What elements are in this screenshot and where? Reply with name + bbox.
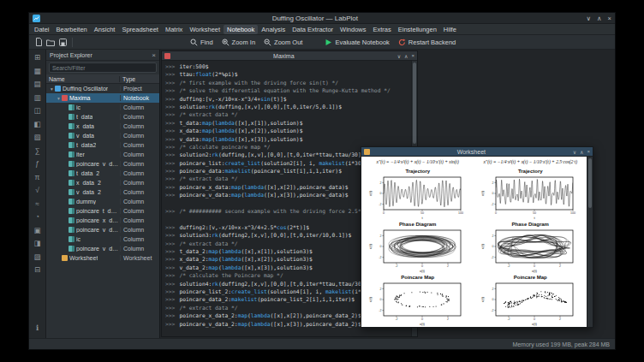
worksheet-page[interactable]: x″(t) = −1/4·x³(t) + x(t) − 1/10·x′(t) +…: [361, 157, 587, 327]
main-toolbar: Find Zoom In Zoom Out Evaluate Notebook …: [29, 35, 615, 50]
column-header-type[interactable]: Type: [120, 76, 159, 82]
svg-text:100: 100: [458, 211, 463, 215]
worksheet-maximize-button[interactable]: ∧: [580, 149, 583, 155]
tree-row[interactable]: poincare_x_data Column: [46, 216, 159, 225]
menu-item[interactable]: Hilfe: [440, 25, 460, 34]
plot-cell[interactable]: Poincare Map -202-202x(t)v(t): [474, 274, 587, 327]
zoom-out-button[interactable]: Zoom Out: [259, 38, 307, 47]
menu-item[interactable]: Bearbeiten: [53, 25, 91, 34]
column-header-name[interactable]: Name: [46, 76, 120, 82]
tool-icon[interactable]: √: [32, 185, 43, 195]
tree-row[interactable]: poincare_v_data2 Column: [46, 159, 159, 169]
plot-cell[interactable]: Phase Diagram -202-202x(t)v(t): [474, 221, 587, 274]
tool-icon[interactable]: ▤: [32, 79, 43, 89]
menu-item[interactable]: Data Extractor: [289, 25, 337, 34]
tree-row[interactable]: x_data Column: [46, 122, 159, 131]
restart-backend-button[interactable]: Restart Backend: [394, 38, 460, 47]
maxima-title-bar[interactable]: Maxima ∨ ∧ ×: [162, 51, 417, 61]
tool-icon[interactable]: ƒ: [32, 158, 43, 169]
tree-row[interactable]: dummy Column: [46, 197, 159, 206]
worksheet-scrollbar-thumb[interactable]: [588, 158, 592, 208]
plot-cell[interactable]: Phase Diagram -202-202x(t)v(t): [361, 221, 474, 274]
new-project-button[interactable]: [33, 37, 45, 48]
maxima-minimize-button[interactable]: ∨: [397, 53, 401, 59]
tree-row[interactable]: ▾ Maxima Notebook: [46, 93, 159, 103]
tree-cell-type: Column: [120, 114, 159, 120]
open-project-button[interactable]: [45, 37, 57, 48]
close-button[interactable]: ×: [608, 13, 611, 24]
plot-cell[interactable]: Trajectory 050100-202tx(t): [474, 168, 587, 221]
maxima-scrollbar-thumb[interactable]: [413, 62, 416, 144]
tool-icon[interactable]: ▣: [32, 225, 43, 235]
tree-row[interactable]: iter Column: [46, 150, 159, 159]
tool-icon[interactable]: ▧: [32, 132, 43, 142]
zoom-in-button[interactable]: Zoom In: [218, 38, 260, 47]
title-bar[interactable]: Duffing Oscillator — LabPlot ∨ ∧ ×: [29, 13, 615, 24]
tree-row[interactable]: t_data2 Column: [46, 140, 159, 150]
svg-text:2: 2: [492, 288, 494, 291]
tool-icon[interactable]: ◫: [32, 105, 43, 116]
tree-row[interactable]: v_data Column: [46, 131, 159, 140]
menu-item[interactable]: Spreadsheet: [118, 25, 162, 34]
menu-item[interactable]: Datei: [31, 25, 53, 34]
expander-icon[interactable]: ▾: [49, 86, 55, 92]
maxima-maximize-button[interactable]: ∧: [404, 53, 408, 59]
worksheet-title-bar[interactable]: Worksheet ∨ ∧ ×: [361, 147, 593, 157]
item-name: t_data_2: [76, 170, 99, 176]
tool-icon[interactable]: ▨: [32, 252, 43, 262]
tree-row[interactable]: poincare_t_data_2 Column: [46, 206, 159, 216]
menu-item[interactable]: Analysis: [258, 25, 289, 34]
maximize-button[interactable]: ∧: [597, 13, 602, 24]
menu-item[interactable]: Worksheet: [186, 25, 224, 34]
maxima-close-button[interactable]: ×: [411, 53, 414, 59]
memory-usage-label: Memory used 199 MB, peak 284 MB: [512, 341, 610, 347]
tree-row[interactable]: ic Column: [46, 103, 159, 112]
search-input[interactable]: [49, 62, 157, 73]
tree-row[interactable]: t_data Column: [46, 112, 159, 122]
tool-icon[interactable]: ⊟: [32, 264, 43, 275]
menu-item[interactable]: Einstellungen: [395, 25, 440, 34]
tree-row[interactable]: ic Column: [46, 234, 159, 244]
tool-icon[interactable]: ◧: [32, 119, 43, 129]
tool-icon[interactable]: ◨: [32, 238, 43, 248]
tree-row[interactable]: v_data_2 Column: [46, 187, 159, 197]
tool-icon[interactable]: π: [32, 172, 43, 182]
menu-item[interactable]: Notebook: [224, 25, 258, 34]
worksheet-minimize-button[interactable]: ∨: [573, 149, 576, 155]
project-explorer-header[interactable]: Project Explorer ×: [46, 50, 159, 61]
tree-cell-type: Column: [120, 142, 159, 148]
tool-icon[interactable]: ▥: [32, 92, 43, 103]
tool-icon[interactable]: ▦: [32, 66, 43, 76]
plot-cell[interactable]: Poincare Map -202-202x(t)v(t): [361, 274, 474, 327]
menu-item[interactable]: Extras: [370, 25, 395, 34]
item-type-icon: [69, 236, 75, 242]
tool-icon[interactable]: ⊞: [32, 52, 43, 62]
menu-item[interactable]: Matrix: [162, 25, 186, 34]
main-content: ⊞▦▤▥◫◧▧∑ƒπ√≈◔▣◨▨⊟ ℹ Project Explorer × N…: [29, 50, 615, 338]
worksheet-scrollbar[interactable]: [587, 157, 593, 327]
tool-icon[interactable]: ◔: [32, 211, 43, 222]
tree-row[interactable]: ▾ Duffing Oscillator Project: [46, 84, 159, 93]
minimize-button[interactable]: ∨: [587, 13, 592, 24]
dock-close-icon[interactable]: ×: [152, 51, 156, 59]
tool-icon[interactable]: ∑: [32, 145, 43, 156]
tree-row[interactable]: poincare_v_data Column: [46, 225, 159, 234]
tree-row[interactable]: Worksheet Worksheet: [46, 253, 159, 263]
item-type-icon: [69, 246, 75, 252]
worksheet-close-button[interactable]: ×: [587, 149, 590, 155]
play-icon: [325, 39, 332, 46]
info-icon[interactable]: ℹ: [32, 323, 43, 333]
evaluate-notebook-button[interactable]: Evaluate Notebook: [320, 38, 393, 47]
code-line: >>> solution:rk(duffing,[x,v],[0,0],[t,0…: [162, 103, 411, 110]
menu-item[interactable]: Windows: [337, 25, 369, 34]
tree-row[interactable]: poincare_v_data_2 Column: [46, 244, 159, 253]
tool-icon[interactable]: ≈: [32, 199, 43, 209]
save-button[interactable]: [57, 37, 69, 48]
tree-row[interactable]: x_data_2 Column: [46, 178, 159, 187]
prompt: >>>: [162, 271, 179, 279]
menu-item[interactable]: Ansicht: [91, 25, 119, 34]
tree-row[interactable]: t_data_2 Column: [46, 169, 159, 178]
plot-cell[interactable]: Trajectory 050100-202tx(t): [361, 168, 474, 221]
expander-icon[interactable]: ▾: [56, 96, 62, 101]
find-button[interactable]: Find: [186, 38, 218, 47]
